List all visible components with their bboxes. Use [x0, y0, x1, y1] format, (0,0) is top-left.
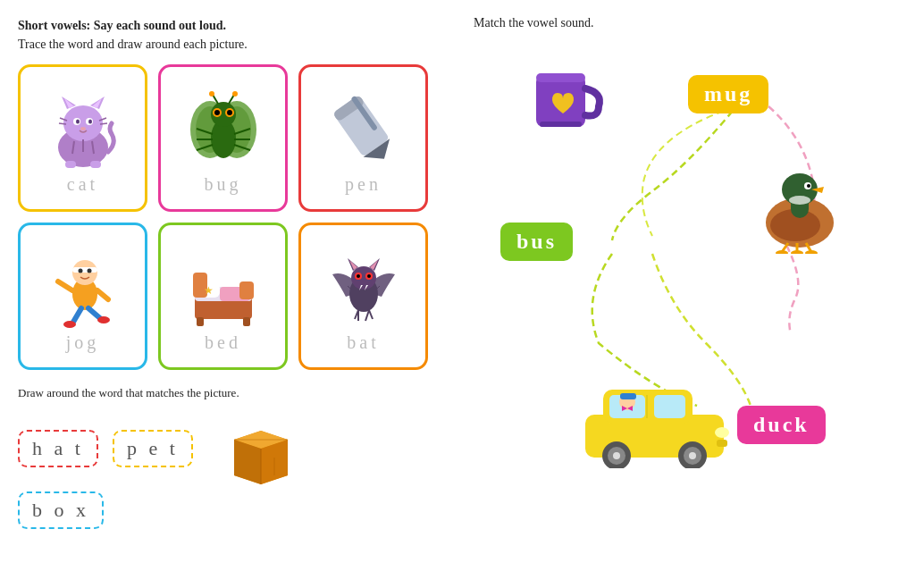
svg-point-54	[97, 316, 110, 323]
svg-rect-60	[239, 281, 254, 299]
svg-point-33	[232, 91, 238, 97]
card-bed: ★ bed	[158, 223, 288, 370]
svg-rect-110	[620, 393, 636, 399]
svg-line-14	[100, 123, 107, 124]
svg-point-10	[80, 127, 86, 130]
svg-point-31	[209, 91, 214, 97]
label-duck: duck	[737, 406, 826, 444]
word-pen: pen	[345, 174, 382, 195]
word-boxes-row2: b o x	[18, 491, 438, 529]
section2-instruction: Draw around the word that matches the pi…	[18, 386, 438, 400]
svg-point-119	[715, 427, 729, 438]
match-area: mug bus	[474, 48, 894, 495]
svg-line-78	[365, 310, 369, 321]
box-illustration	[225, 413, 297, 484]
car-illustration	[581, 370, 733, 472]
word-bug: bug	[205, 174, 242, 195]
word-box-box[interactable]: b o x	[18, 491, 104, 529]
pet-label: p e t	[127, 437, 179, 459]
main-instruction: Short vowels: Say each sound out loud. T…	[18, 16, 438, 54]
instruction-sub: Trace the word and draw around each pict…	[18, 38, 248, 51]
word-cat: cat	[67, 174, 98, 195]
svg-rect-61	[197, 317, 204, 326]
svg-text:★: ★	[204, 284, 214, 297]
cat-illustration	[47, 89, 119, 170]
svg-line-50	[97, 290, 108, 299]
card-jog: jog	[18, 223, 147, 370]
bug-image	[183, 85, 264, 174]
svg-point-115	[613, 452, 620, 459]
pen-image	[323, 85, 404, 174]
svg-point-103	[805, 250, 818, 254]
duck-illustration	[751, 164, 849, 257]
svg-point-101	[776, 250, 788, 254]
bat-illustration	[328, 248, 399, 328]
pen-illustration	[328, 89, 399, 170]
word-boxes-row1: h a t p e t	[18, 413, 438, 484]
jog-image	[43, 243, 123, 332]
word-bat: bat	[347, 332, 379, 353]
word-jog: jog	[66, 332, 100, 353]
bus-text: bus	[516, 230, 557, 253]
svg-point-29	[227, 110, 232, 115]
svg-line-12	[59, 123, 66, 124]
duck-text: duck	[753, 413, 810, 436]
svg-point-9	[88, 120, 92, 124]
word-box-pet[interactable]: p e t	[113, 430, 193, 467]
word-bed: bed	[205, 332, 241, 353]
svg-rect-120	[717, 440, 727, 447]
card-bug: bug	[158, 64, 288, 212]
right-instruction: Match the vowel sound.	[474, 16, 897, 30]
label-mug: mug	[688, 75, 768, 113]
svg-point-97	[789, 196, 810, 205]
svg-rect-88	[536, 73, 585, 82]
svg-rect-107	[654, 395, 685, 418]
card-cat: cat	[18, 64, 147, 212]
instruction-bold: Short vowels: Say each sound out loud.	[18, 19, 226, 32]
svg-point-53	[63, 321, 76, 328]
right-panel: Match the vowel sound.	[456, 0, 915, 588]
box-label: b o x	[32, 499, 89, 521]
bug-illustration	[188, 89, 259, 170]
bat-image	[323, 243, 404, 332]
svg-point-48	[87, 269, 91, 273]
svg-rect-15	[65, 161, 76, 168]
svg-point-65	[351, 266, 376, 290]
mug-text: mug	[704, 82, 752, 105]
svg-point-118	[689, 452, 696, 459]
svg-line-79	[369, 310, 373, 319]
svg-point-28	[214, 110, 220, 115]
mug-illustration	[527, 57, 608, 141]
svg-rect-89	[540, 122, 582, 127]
svg-point-72	[357, 274, 360, 278]
svg-line-49	[58, 281, 72, 290]
card-pen: pen	[298, 64, 428, 212]
jog-illustration	[47, 248, 119, 328]
svg-line-52	[88, 308, 101, 319]
hat-label: h a t	[32, 437, 84, 459]
svg-line-51	[72, 308, 81, 323]
svg-point-73	[367, 274, 371, 278]
cat-image	[43, 85, 123, 174]
bed-illustration: ★	[188, 248, 259, 328]
svg-rect-46	[72, 267, 97, 273]
svg-point-8	[76, 120, 80, 124]
left-panel: Short vowels: Say each sound out loud. T…	[0, 0, 456, 588]
label-bus: bus	[500, 223, 573, 261]
bed-image: ★	[183, 243, 264, 332]
cards-grid: cat	[18, 64, 438, 370]
svg-point-96	[807, 184, 810, 188]
word-box-hat[interactable]: h a t	[18, 430, 98, 467]
svg-point-47	[78, 269, 82, 273]
svg-rect-16	[90, 161, 101, 168]
svg-point-102	[791, 250, 803, 254]
svg-point-1	[63, 105, 103, 141]
card-bat: bat	[298, 223, 428, 370]
svg-rect-62	[243, 317, 250, 326]
